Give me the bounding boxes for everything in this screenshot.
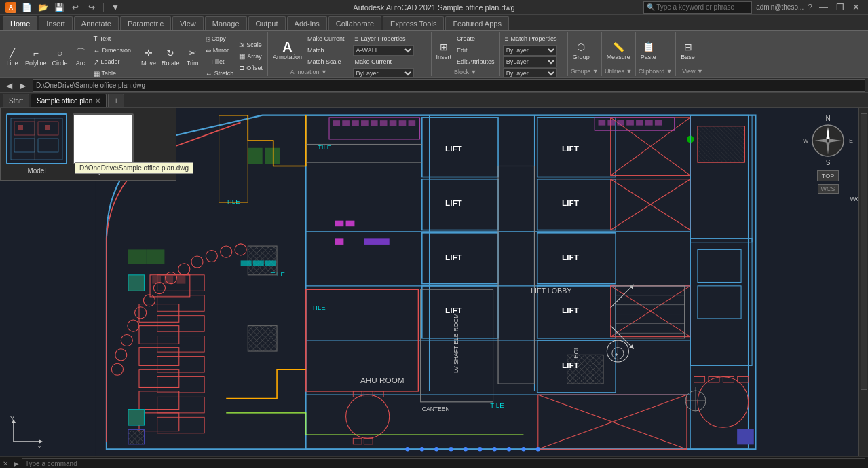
- tab-manage[interactable]: Manage: [205, 16, 247, 30]
- measure-btn[interactable]: 📏 Measure: [605, 39, 633, 62]
- fillet-btn[interactable]: ⌐ Fillet: [204, 56, 236, 67]
- command-input[interactable]: [22, 458, 865, 469]
- text-btn[interactable]: T Text: [92, 33, 134, 44]
- ribbon-group-layers: ≡ Layer Properties A-WALL Make Current: [350, 32, 432, 76]
- fillet-icon: ⌐: [206, 58, 210, 66]
- model-thumbnail[interactable]: Model: [6, 113, 67, 175]
- tab-view[interactable]: View: [172, 16, 204, 30]
- window-title: Autodesk AutoCAD 2021 Sample office plan…: [353, 3, 514, 12]
- polyline-btn[interactable]: ⌐ Polyline: [23, 45, 49, 68]
- undo-btn[interactable]: ↩: [69, 1, 81, 14]
- redo-btn[interactable]: ↪: [86, 1, 98, 14]
- title-bar: A 📄 📂 💾 ↩ ↪ ▼ Autodesk AutoCAD 2021 Samp…: [0, 0, 868, 15]
- tab-collaborate[interactable]: Collaborate: [328, 16, 381, 30]
- table-btn[interactable]: ▦ Table: [92, 68, 134, 77]
- close-tab-btn[interactable]: ✕: [95, 97, 100, 105]
- annotation-group-label: Annotation ▼: [271, 69, 347, 75]
- svg-text:X: X: [37, 444, 41, 448]
- leader-btn[interactable]: ↗ Leader: [92, 56, 134, 67]
- tab-annotate[interactable]: Annotate: [74, 16, 119, 30]
- offset-btn[interactable]: ⊐ Offset: [237, 62, 265, 73]
- match-scale-btn[interactable]: Match Scale: [305, 56, 347, 67]
- create-btn[interactable]: Create: [455, 33, 497, 44]
- tab-output[interactable]: Output: [248, 16, 286, 30]
- tab-insert[interactable]: Insert: [39, 16, 73, 30]
- bylayer-select[interactable]: ByLayer: [503, 45, 557, 56]
- svg-rect-37: [248, 326, 277, 351]
- compass-top-btn[interactable]: TOP: [817, 170, 839, 181]
- edit-block-btn[interactable]: Edit: [455, 45, 497, 56]
- svg-text:CANTEEN: CANTEEN: [422, 406, 450, 412]
- tab-expresstools[interactable]: Express Tools: [383, 16, 444, 30]
- viewport[interactable]: [-][Top][2D Wireframe]: [0, 108, 858, 456]
- annotation-btn[interactable]: A Annotation: [271, 39, 304, 62]
- arc-btn[interactable]: ⌒ Arc: [71, 45, 90, 68]
- circle-btn[interactable]: ○ Circle: [50, 45, 70, 68]
- close-btn[interactable]: ✕: [850, 2, 863, 12]
- svg-text:TILE: TILE: [490, 401, 504, 409]
- rotate-btn[interactable]: ↻ Rotate: [159, 45, 182, 68]
- tab-addins[interactable]: Add-ins: [287, 16, 327, 30]
- svg-rect-128: [265, 148, 280, 164]
- arc-icon: ⌒: [74, 46, 88, 60]
- svg-rect-95: [361, 120, 369, 126]
- model-thumbnail-box[interactable]: [6, 113, 67, 164]
- dimension-btn[interactable]: ↔ Dimension: [92, 45, 134, 56]
- svg-text:LV SHAFT ELE ROOM: LV SHAFT ELE ROOM: [453, 314, 459, 374]
- save-btn[interactable]: 💾: [53, 1, 65, 14]
- window-controls[interactable]: — ❐ ✕: [816, 2, 863, 12]
- bylayer2-select[interactable]: ByLayer: [503, 56, 557, 67]
- svg-rect-97: [380, 120, 388, 126]
- block-items: ⊞ Insert Create Edit Edit Attributes: [434, 33, 497, 67]
- utilities-items: 📏 Measure: [605, 33, 633, 67]
- insert-btn[interactable]: ⊞ Insert: [434, 39, 454, 62]
- new-tab-icon: +: [114, 97, 118, 105]
- restore-btn[interactable]: ❐: [833, 2, 847, 12]
- stretch-btn[interactable]: ↔ Stretch: [204, 68, 236, 77]
- path-bar: D:\OneDrive\Sample office plan.dwg: [33, 79, 865, 92]
- edit-attribs-btn[interactable]: Edit Attributes: [455, 56, 497, 67]
- make-current-layer-btn[interactable]: Make Current: [353, 56, 394, 67]
- scale-btn[interactable]: ⇲ Scale: [237, 39, 265, 50]
- tab-featuredapps[interactable]: Featured Apps: [445, 16, 509, 30]
- layer-properties-btn[interactable]: ≡ Layer Properties: [353, 33, 408, 44]
- minimize-btn[interactable]: —: [816, 2, 831, 12]
- match-properties-btn[interactable]: ≡ Match Properties: [503, 33, 559, 44]
- layout1-thumbnail[interactable]: Layout1: [73, 113, 134, 175]
- svg-rect-7: [18, 125, 23, 130]
- cmd-x-btn[interactable]: ✕: [3, 460, 8, 467]
- fwd-btn[interactable]: ▶: [16, 79, 29, 92]
- layer-filter-select[interactable]: ByLayer: [353, 68, 414, 77]
- new-btn[interactable]: 📄: [20, 1, 33, 14]
- layer-select[interactable]: A-WALL: [353, 45, 414, 56]
- tab-home[interactable]: Home: [3, 16, 37, 30]
- tab-parametric[interactable]: Parametric: [120, 16, 171, 30]
- paste-btn[interactable]: 📋 Paste: [639, 39, 658, 62]
- base-btn[interactable]: ⊟ Base: [679, 39, 698, 62]
- move-btn[interactable]: ✛ Move: [139, 45, 158, 68]
- stretch-icon: ↔: [206, 70, 212, 77]
- open-btn[interactable]: 📂: [37, 1, 49, 14]
- search-input[interactable]: [656, 3, 749, 11]
- menu-btn[interactable]: ▼: [109, 1, 121, 14]
- svg-point-157: [449, 447, 453, 451]
- drawing-tabs: Start Sample office plan ✕ +: [0, 93, 868, 108]
- make-current-btn[interactable]: Make Current: [305, 33, 347, 44]
- drawing-tab-start[interactable]: Start: [3, 94, 29, 107]
- array-btn[interactable]: ▦ Array: [237, 51, 265, 62]
- layout1-thumbnail-box[interactable]: [73, 113, 134, 164]
- bylayer3-select[interactable]: ByLayer: [503, 68, 557, 77]
- mirror-btn[interactable]: ⇔ Mirror: [204, 45, 236, 56]
- svg-rect-131: [128, 429, 145, 444]
- match-btn[interactable]: Match: [305, 45, 347, 56]
- line-btn[interactable]: ╱ Line: [3, 45, 22, 68]
- help-btn[interactable]: ?: [808, 3, 812, 12]
- trim-btn[interactable]: ✂ Trim: [183, 45, 202, 68]
- group-btn[interactable]: ⬡ Group: [571, 39, 592, 62]
- right-scrollbar[interactable]: [861, 113, 867, 390]
- target-indicator: [682, 387, 709, 416]
- new-drawing-btn[interactable]: +: [108, 94, 124, 107]
- copy-btn[interactable]: ⎘ Copy: [204, 33, 236, 44]
- drawing-tab-main[interactable]: Sample office plan ✕: [31, 94, 107, 107]
- back-btn[interactable]: ◀: [3, 79, 15, 92]
